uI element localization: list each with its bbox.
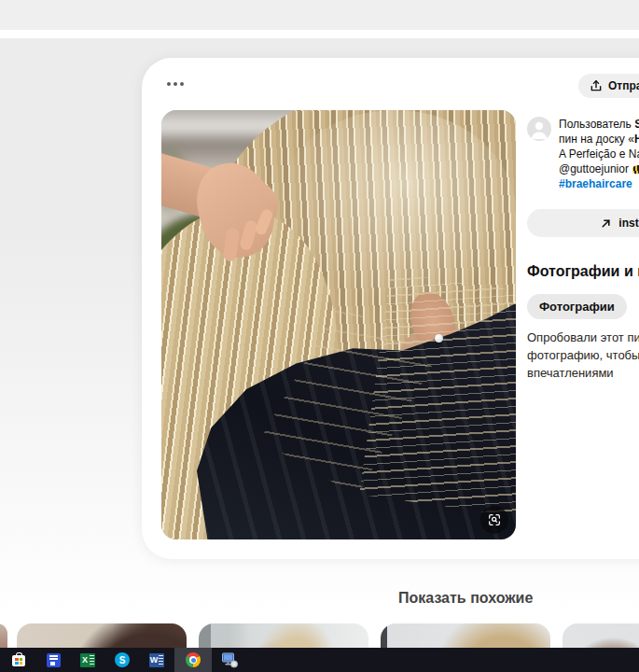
- taskbar-word[interactable]: W: [139, 648, 174, 672]
- attribution-board-name: Н: [634, 133, 639, 146]
- prompt-line: Опробовали этот пин? Добавьте: [527, 330, 639, 344]
- bee-emoji: [632, 164, 639, 175]
- attribution-line2: пин на доску «: [559, 133, 634, 146]
- ellipsis-icon: [174, 82, 177, 86]
- attribution-text: Пользователь S пин на доску «Н A Perfeiç…: [559, 117, 639, 191]
- word-icon: W: [149, 653, 164, 667]
- floppy-disk-icon: [47, 653, 61, 667]
- attribution-line1: Пользователь: [559, 118, 634, 131]
- taskbar-microsoft-store[interactable]: [1, 648, 36, 672]
- page-top-strip: [0, 30, 639, 38]
- visual-search-lens-icon: [487, 512, 502, 527]
- prompt-line: фотографию, чтобы поделиться: [527, 348, 639, 362]
- ellipsis-icon: [180, 82, 184, 86]
- tab-photos[interactable]: Фотографии: [527, 294, 627, 319]
- show-similar-heading: Показать похожие: [398, 590, 533, 607]
- more-options-button[interactable]: [159, 73, 192, 95]
- taskbar-excel[interactable]: X: [70, 648, 105, 672]
- attribution-user-name: S: [634, 118, 639, 131]
- comments-section-heading: Фотографии и комментарии: [527, 263, 639, 280]
- excel-icon: X: [80, 653, 95, 667]
- prompt-line: впечатлениями: [527, 366, 614, 380]
- photo-pearl-earring: [435, 334, 443, 343]
- share-icon: [590, 79, 603, 92]
- pin-description: A Perfeição e Nat: [559, 147, 639, 161]
- visual-search-lens-button[interactable]: [480, 506, 508, 534]
- pin-closeup-card: Отправить: [142, 58, 639, 559]
- person-silhouette-icon: [527, 117, 551, 141]
- visit-site-label: instagram.com: [618, 217, 639, 230]
- ellipsis-icon: [167, 82, 171, 86]
- computer-icon: [221, 652, 239, 668]
- try-pin-prompt: Опробовали этот пин? Добавьте фотографию…: [527, 329, 639, 382]
- arrow-north-east-icon: [600, 217, 612, 230]
- send-button[interactable]: Отправить: [578, 74, 639, 98]
- visit-site-button[interactable]: instagram.com: [527, 209, 639, 237]
- chrome-icon: [186, 652, 201, 667]
- mention-handle: @guttoejunior: [559, 162, 629, 175]
- windows-taskbar: X S W: [0, 648, 639, 672]
- taskbar-floppy-app[interactable]: [35, 648, 71, 672]
- hashtag-link[interactable]: #braehaircare: [559, 177, 632, 190]
- comments-tabs: Фотографии Комментарии: [527, 294, 639, 319]
- avatar[interactable]: [527, 117, 551, 141]
- taskbar-chrome[interactable]: [174, 648, 212, 672]
- browser-chrome-area: [0, 0, 639, 30]
- pin-image[interactable]: [161, 110, 516, 539]
- microsoft-store-icon: [11, 652, 26, 667]
- taskbar-my-computer[interactable]: [212, 648, 247, 672]
- taskbar-skype[interactable]: S: [104, 648, 140, 672]
- send-button-label: Отправить: [608, 79, 639, 92]
- skype-icon: S: [115, 652, 130, 667]
- attribution-block: Пользователь S пин на доску «Н A Perfeiç…: [527, 117, 639, 191]
